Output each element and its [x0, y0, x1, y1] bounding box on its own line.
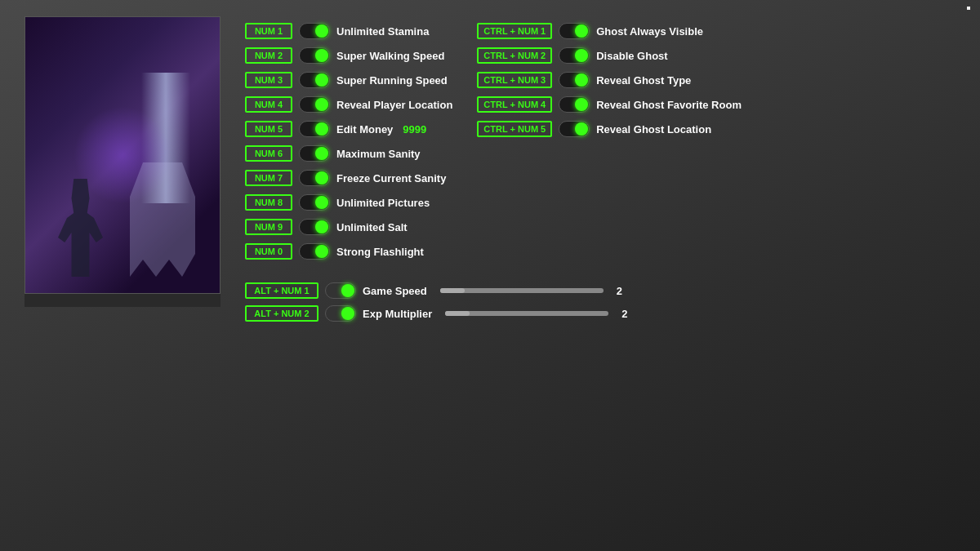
toggle-knob	[575, 122, 588, 136]
toggle-switch[interactable]	[325, 305, 356, 322]
control-row: NUM 2Super Walking Speed	[245, 45, 452, 66]
toggle-switch[interactable]	[299, 170, 330, 186]
key-badge[interactable]: CTRL + NUM 1	[477, 23, 552, 39]
key-badge[interactable]: NUM 7	[245, 170, 292, 186]
slider-value: 2	[617, 285, 622, 297]
key-badge[interactable]: NUM 3	[245, 72, 292, 88]
ghost-silhouette	[130, 162, 195, 277]
cover-image	[24, 16, 220, 294]
control-label: Unlimited Pictures	[336, 197, 430, 209]
toggle-knob	[315, 245, 328, 258]
control-label: Reveal Player Location	[336, 99, 452, 111]
toggle-switch[interactable]	[299, 72, 330, 88]
toggle-switch[interactable]	[299, 219, 330, 235]
control-label: Freeze Current Sanity	[336, 172, 446, 184]
slider-fill	[440, 288, 465, 293]
control-label: Reveal Ghost Location	[596, 123, 711, 136]
control-row: NUM 5Edit Money9999	[245, 118, 452, 140]
toggle-knob	[575, 73, 588, 87]
slider-label: Exp Multiplier	[363, 308, 432, 320]
control-row: NUM 6Maximum Sanity	[245, 143, 452, 164]
control-label: Ghost Always Visible	[596, 25, 703, 38]
key-badge[interactable]: CTRL + NUM 2	[477, 47, 552, 64]
control-row: CTRL + NUM 3Reveal Ghost Type	[477, 69, 742, 91]
key-badge-alt[interactable]: ALT + NUM 2	[245, 305, 318, 322]
control-label: Reveal Ghost Favorite Room	[596, 99, 742, 111]
toggle-knob	[315, 73, 328, 87]
toggle-switch[interactable]	[325, 282, 356, 299]
slider-fill	[445, 311, 470, 316]
toggle-knob	[575, 49, 588, 62]
control-label: Strong Flashlight	[336, 246, 424, 258]
key-badge[interactable]: CTRL + NUM 5	[477, 121, 552, 137]
main-window: NUM 1Unlimited StaminaNUM 2Super Walking…	[0, 0, 980, 551]
control-row: CTRL + NUM 1Ghost Always Visible	[477, 20, 742, 42]
control-row: NUM 0Strong Flashlight	[245, 241, 452, 262]
toggle-knob	[315, 147, 328, 160]
toggle-switch[interactable]	[299, 96, 330, 113]
key-badge[interactable]: NUM 5	[245, 121, 292, 137]
control-label: Unlimited Stamina	[336, 25, 429, 38]
toggle-switch[interactable]	[559, 121, 590, 137]
toggle-knob	[315, 196, 328, 209]
control-row: NUM 8Unlimited Pictures	[245, 192, 452, 213]
control-row: NUM 3Super Running Speed	[245, 69, 452, 91]
toggle-switch[interactable]	[299, 194, 330, 211]
trainer-label	[24, 294, 220, 307]
toggle-knob	[575, 24, 588, 38]
control-label: Reveal Ghost Type	[596, 74, 691, 87]
key-badge[interactable]: NUM 1	[245, 23, 292, 39]
slider-row: ALT + NUM 1Game Speed2	[245, 282, 956, 299]
slider-value: 2	[621, 308, 627, 320]
control-row: CTRL + NUM 2Disable Ghost	[477, 45, 742, 66]
slider-track[interactable]	[445, 311, 608, 316]
control-row: NUM 1Unlimited Stamina	[245, 20, 452, 42]
toggle-knob	[315, 171, 328, 184]
close-button[interactable]	[967, 7, 970, 10]
toggle-switch[interactable]	[559, 23, 590, 39]
slider-label: Game Speed	[363, 285, 427, 297]
control-label: Edit Money	[336, 123, 393, 136]
key-badge[interactable]: NUM 6	[245, 145, 292, 162]
key-badge[interactable]: NUM 8	[245, 194, 292, 211]
toggle-knob	[315, 122, 328, 136]
control-row: NUM 4Reveal Player Location	[245, 94, 452, 115]
toggle-knob	[315, 220, 328, 233]
toggle-knob	[315, 98, 328, 111]
control-row: NUM 7Freeze Current Sanity	[245, 167, 452, 189]
key-badge[interactable]: NUM 4	[245, 96, 292, 113]
game-cover-panel	[24, 16, 220, 322]
right-column: CTRL + NUM 1Ghost Always VisibleCTRL + N…	[477, 20, 742, 262]
key-badge[interactable]: NUM 2	[245, 47, 292, 64]
control-label: Unlimited Salt	[336, 221, 408, 233]
toggle-switch[interactable]	[559, 47, 590, 64]
control-label: Super Running Speed	[336, 74, 448, 87]
toggle-switch[interactable]	[299, 121, 330, 137]
control-label: Super Walking Speed	[336, 50, 444, 62]
toggle-switch[interactable]	[299, 47, 330, 64]
key-badge[interactable]: CTRL + NUM 4	[477, 96, 552, 113]
key-badge[interactable]: CTRL + NUM 3	[477, 72, 552, 88]
controls-grid: NUM 1Unlimited StaminaNUM 2Super Walking…	[245, 20, 956, 262]
controls-area: NUM 1Unlimited StaminaNUM 2Super Walking…	[245, 16, 956, 322]
left-column: NUM 1Unlimited StaminaNUM 2Super Walking…	[245, 20, 452, 262]
toggle-knob	[341, 307, 354, 320]
toggle-knob	[575, 98, 588, 111]
sliders-section: ALT + NUM 1Game Speed2ALT + NUM 2Exp Mul…	[245, 282, 956, 322]
key-badge-alt[interactable]: ALT + NUM 1	[245, 282, 318, 299]
control-row: NUM 9Unlimited Salt	[245, 216, 452, 238]
key-badge[interactable]: NUM 0	[245, 243, 292, 260]
toggle-knob	[315, 24, 328, 38]
control-label: Disable Ghost	[596, 50, 667, 62]
slider-track[interactable]	[440, 288, 604, 293]
toggle-knob	[315, 49, 328, 62]
toggle-switch[interactable]	[559, 72, 590, 88]
toggle-switch[interactable]	[559, 96, 590, 113]
control-label: Maximum Sanity	[336, 148, 421, 160]
control-row: CTRL + NUM 5Reveal Ghost Location	[477, 118, 742, 140]
slider-row: ALT + NUM 2Exp Multiplier2	[245, 305, 956, 322]
toggle-switch[interactable]	[299, 243, 330, 260]
toggle-switch[interactable]	[299, 145, 330, 162]
key-badge[interactable]: NUM 9	[245, 219, 292, 235]
toggle-switch[interactable]	[299, 23, 330, 39]
